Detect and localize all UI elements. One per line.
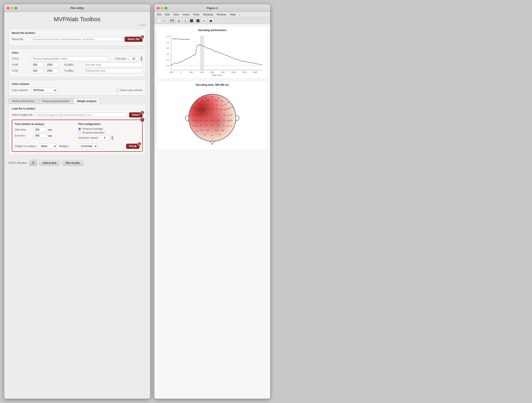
toolbar-new[interactable]: 📄 — [157, 18, 162, 23]
menu-view[interactable]: View — [173, 13, 179, 16]
menu-window[interactable]: Window — [216, 13, 227, 16]
add-to-plot-button[interactable]: Add to plot — [39, 160, 60, 166]
menu-file[interactable]: File — [157, 13, 161, 16]
svg-text:200: 200 — [190, 71, 193, 73]
toolbar-cursor[interactable]: ↖ — [202, 18, 207, 23]
mvcc-label: MVCC direction: — [9, 161, 27, 164]
title-input[interactable] — [31, 56, 108, 61]
xlim-min-input[interactable] — [31, 62, 44, 67]
tab-weight-analysis[interactable]: Weight analysis — [74, 98, 100, 104]
svg-rect-0 — [200, 36, 204, 70]
ylim-label: YLIM: — [12, 69, 29, 72]
figure-close-button[interactable] — [157, 7, 159, 9]
toolbar-pan2[interactable]: ⬛ — [195, 18, 201, 23]
menu-more[interactable]: › — [239, 13, 240, 16]
result-file-row: Result file: Select file 2 — [12, 37, 143, 42]
figure-maximize-button[interactable] — [165, 7, 167, 9]
figure-minimize-button[interactable] — [161, 7, 163, 9]
minimize-button[interactable] — [11, 7, 13, 9]
menu-desktop[interactable]: Desktop — [203, 13, 213, 16]
close-button[interactable] — [7, 7, 9, 9]
time-window-title: Time window to analyze: — [15, 123, 76, 126]
start-time-row: Start time: ms — [15, 127, 76, 132]
svg-text:F7: F7 — [196, 102, 198, 103]
invert-color-checkbox-label[interactable]: Invert color scheme — [116, 89, 143, 92]
menu-tools[interactable]: Tools — [193, 13, 199, 16]
toolbar-open[interactable]: 📂 — [163, 18, 169, 23]
ylabel-input[interactable] — [83, 68, 143, 73]
plot-config-col: Plot configuration: Temporal average Tem… — [78, 123, 139, 141]
ylim-min-input[interactable] — [31, 68, 44, 73]
anim-speed-down[interactable]: ▼ — [111, 138, 114, 140]
temporal-animation-text: Temporal animation — [82, 131, 105, 134]
color-scheme-label: Color scheme: — [12, 89, 29, 92]
svg-text:0.4: 0.4 — [166, 64, 169, 67]
toolbar-print[interactable]: 🖨 — [176, 18, 181, 23]
temporal-average-label[interactable]: Temporal average — [78, 127, 139, 130]
font-size-up[interactable]: ▲ — [140, 56, 143, 59]
svg-text:Fz: Fz — [211, 104, 213, 105]
refresh-button[interactable]: ↺ — [29, 160, 37, 166]
plot-button[interactable]: Plot ▶ 5 — [126, 144, 139, 149]
invert-color-checkbox[interactable] — [116, 89, 119, 92]
svg-text:AF3: AF3 — [201, 100, 204, 102]
svg-text:F2: F2 — [216, 104, 218, 106]
start-time-input[interactable] — [34, 127, 46, 132]
subject-select[interactable]: Mean Subject 1 — [38, 144, 57, 149]
svg-text:PO7: PO7 — [195, 130, 198, 132]
svg-text:0: 0 — [181, 71, 182, 73]
window-content: MVPAlab Toolbox v1.0.0 Result file locat… — [4, 12, 150, 399]
menu-edit[interactable]: Edit — [165, 13, 170, 16]
svg-text:FC2: FC2 — [215, 108, 218, 110]
temporal-animation-label[interactable]: Temporal animation — [78, 131, 139, 134]
plot-config-title: Plot configuration: — [78, 123, 139, 126]
svg-text:F1: F1 — [207, 104, 209, 106]
menu-insert[interactable]: Insert — [183, 13, 190, 16]
weights-file-input[interactable] — [35, 113, 127, 117]
svg-text:FT9: FT9 — [192, 107, 195, 108]
anim-speed-up[interactable]: ▲ — [111, 135, 114, 138]
select-file-button[interactable]: Select file 2 — [125, 37, 143, 42]
svg-text:0.8: 0.8 — [166, 41, 169, 44]
time-window-box: 4 Time window to analyze: Start time: ms… — [12, 120, 143, 152]
select-weights-label: Select weights file: — [12, 113, 33, 116]
time-window-badge: 4 — [140, 118, 144, 122]
color-scheme-select[interactable]: MVPAlab Jet Hot Cool Gray — [31, 88, 57, 93]
menu-help[interactable]: Help — [230, 13, 236, 16]
temporal-animation-radio[interactable] — [78, 131, 81, 134]
svg-text:FC4: FC4 — [220, 109, 222, 110]
tab-model-performance[interactable]: Model performance — [9, 98, 38, 104]
svg-text:FT10: FT10 — [230, 107, 233, 108]
decoding-performance-title: Decoding performance — [159, 29, 266, 32]
menubar: File Edit View Insert Tools Desktop Wind… — [154, 12, 270, 17]
toolbar-grid[interactable]: ▦ — [208, 18, 214, 23]
svg-text:CP3: CP3 — [199, 120, 202, 121]
topomap-chart: Decoding time: 350-450 ms — [157, 81, 268, 150]
svg-text:P8: P8 — [230, 126, 232, 127]
end-time-input[interactable] — [34, 133, 46, 138]
font-size-input[interactable] — [128, 56, 139, 61]
result-file-input[interactable] — [31, 37, 123, 41]
tab-temporal-generalization[interactable]: Temporal generalization — [38, 98, 73, 104]
svg-text:TP7: TP7 — [192, 120, 195, 121]
svg-text:O2: O2 — [219, 134, 221, 135]
temporal-average-radio[interactable] — [78, 127, 81, 130]
start-time-unit: ms — [48, 128, 52, 131]
select-weights-button[interactable]: Select 3 — [129, 112, 143, 118]
xlabel-input[interactable] — [83, 62, 143, 67]
toolbar-save[interactable]: 💾 — [169, 18, 175, 23]
figure-titlebar: Figure 1 — [154, 4, 270, 12]
font-size-down[interactable]: ▼ — [140, 59, 143, 61]
toolbar-zoom[interactable]: 🔍 — [182, 18, 188, 23]
weights-select[interactable]: Corrected Raw — [78, 144, 98, 149]
decoding-performance-chart: Decoding performance 0.9 0.8 0.7 0.6 — [157, 26, 268, 79]
end-time-row: End time: ms — [15, 133, 76, 138]
xlim-max-input[interactable] — [45, 62, 58, 67]
svg-text:Pz: Pz — [211, 125, 213, 126]
svg-text:600: 600 — [211, 71, 214, 73]
ylim-max-input[interactable] — [45, 68, 58, 73]
maximize-button[interactable] — [15, 7, 17, 9]
toolbar-pan[interactable]: ⬛ — [189, 18, 194, 23]
animation-speed-input[interactable] — [100, 135, 110, 140]
plot-results-button[interactable]: Plot results — [62, 160, 83, 166]
